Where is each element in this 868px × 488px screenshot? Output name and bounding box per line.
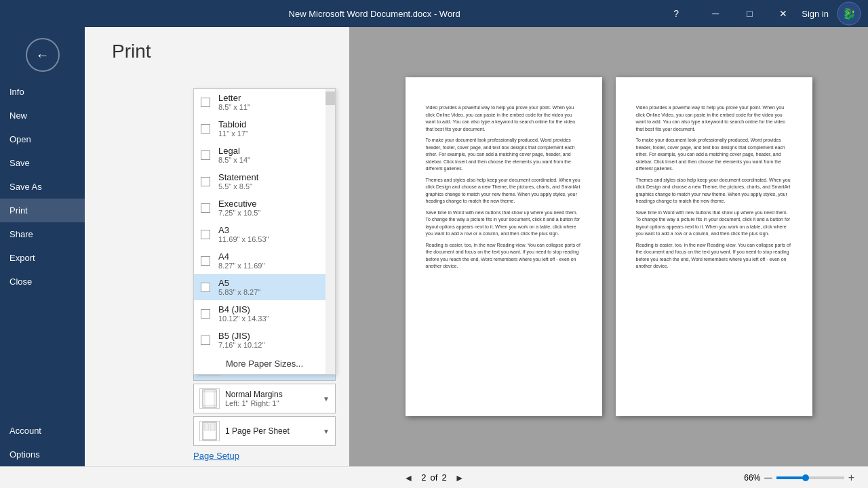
sidebar-item-info[interactable]: Info [0,80,85,104]
window-title: New Microsoft Word Document.docx - Word [88,9,660,19]
preview-text-1: Video provides a powerful way to help yo… [426,104,582,270]
paper-item-a3[interactable]: A3 11.69" x 16.53" [194,221,335,247]
paper-item-b4-jis[interactable]: B4 (JIS) 10.12" x 14.33" [194,300,335,327]
paper-item-a4[interactable]: A4 8.27" x 11.69" [194,247,335,274]
zoom-controls: 66% ─ + [744,472,854,484]
paper-checkbox [201,256,210,266]
paper-checkbox [201,336,210,345]
next-page-button[interactable]: ► [451,471,469,485]
paper-item-a5[interactable]: A5 5.83" x 8.27" [194,274,335,300]
preview-text-2: Video provides a powerful way to help yo… [636,104,792,270]
bottom-bar: ◄ 2 of 2 ► 66% ─ + [0,466,868,488]
zoom-in-button[interactable]: + [848,472,854,484]
window-controls: ? ─ □ ✕ Sign in 🐉 [660,1,861,26]
more-paper-sizes[interactable]: More Paper Sizes... [194,353,335,374]
sign-in-button[interactable]: Sign in [802,9,829,19]
sidebar: ← Info New Open Save Save As Print Share… [0,27,85,466]
paper-checkbox [201,230,210,239]
per-sheet-control[interactable]: 1 Page Per Sheet ▼ [193,416,336,446]
paper-item-executive[interactable]: Executive 7.25" x 10.5" [194,195,335,221]
sidebar-item-open[interactable]: Open [0,127,85,151]
margins-icon [199,388,220,409]
paper-checkbox [201,177,210,186]
paper-item-legal[interactable]: Legal 8.5" x 14" [194,142,335,168]
paper-size-list: Letter 8.5" x 11" Tabloid 11" x 17" Lega… [193,88,336,375]
sidebar-nav: Info New Open Save Save As Print Share E… [0,80,85,293]
zoom-slider[interactable] [776,476,844,479]
margins-control[interactable]: Normal Margins Left: 1" Right: 1" ▼ [193,384,336,413]
per-sheet-name: 1 Page Per Sheet [225,426,323,436]
paper-checkbox [201,203,210,213]
paper-checkbox [201,150,210,160]
sidebar-item-options[interactable]: Options [0,443,85,466]
paper-item-letter[interactable]: Letter 8.5" x 11" [194,89,335,115]
titlebar: New Microsoft Word Document.docx - Word … [0,0,868,27]
margins-name: Normal Margins [225,390,323,399]
zoom-level: 66% [744,473,760,483]
print-title: Print [112,41,349,62]
paper-item-b5-jis[interactable]: B5 (JIS) 7.16" x 10.12" [194,327,335,353]
scroll-thumb [326,92,335,105]
paper-checkbox [201,283,210,292]
page-preview-2: Video provides a powerful way to help yo… [616,77,812,416]
page-setup-link[interactable]: Page Setup [193,451,239,461]
print-area: Print Letter 8.5" x 11" Tabloid 11" x 17… [85,27,868,466]
sidebar-item-account[interactable]: Account [0,419,85,443]
sidebar-item-print[interactable]: Print [0,199,85,222]
dragon-icon: 🐉 [837,1,861,26]
margins-sub: Left: 1" Right: 1" [225,399,323,407]
of-label: of [431,472,438,483]
sidebar-item-saveas[interactable]: Save As [0,175,85,199]
help-button[interactable]: ? [660,3,692,24]
back-button[interactable]: ← [26,38,60,72]
svg-text:🐉: 🐉 [842,7,856,20]
left-panel: Print Letter 8.5" x 11" Tabloid 11" x 17… [85,27,349,466]
sidebar-item-save[interactable]: Save [0,151,85,175]
zoom-fill [776,476,804,479]
page-preview-1: Video provides a powerful way to help yo… [406,77,602,416]
paper-checkbox [201,309,210,319]
prev-page-button[interactable]: ◄ [399,471,417,485]
zoom-thumb [802,474,809,481]
sidebar-item-export[interactable]: Export [0,246,85,270]
close-button[interactable]: ✕ [768,3,799,24]
maximize-button[interactable]: □ [734,3,765,24]
paper-item-statement[interactable]: Statement 5.5" x 8.5" [194,168,335,195]
per-sheet-icon [199,421,220,441]
current-page: 2 [421,472,426,483]
paper-item-tabloid[interactable]: Tabloid 11" x 17" [194,115,335,142]
zoom-out-button[interactable]: ─ [764,472,772,484]
scroll-bar[interactable] [326,89,335,374]
paper-checkbox [201,98,210,107]
minimize-button[interactable]: ─ [700,3,731,24]
margins-arrow: ▼ [323,395,330,403]
main-content: ← Info New Open Save Save As Print Share… [0,27,868,466]
sidebar-item-close[interactable]: Close [0,270,85,293]
sidebar-item-new[interactable]: New [0,104,85,127]
per-sheet-arrow: ▼ [323,428,330,435]
sidebar-item-share[interactable]: Share [0,222,85,246]
preview-area: Video provides a powerful way to help yo… [349,27,868,466]
paper-checkbox [201,124,210,134]
total-pages: 2 [441,472,446,483]
page-navigation: ◄ 2 of 2 ► [399,471,468,485]
svg-rect-9 [204,424,209,430]
svg-rect-10 [210,424,215,430]
